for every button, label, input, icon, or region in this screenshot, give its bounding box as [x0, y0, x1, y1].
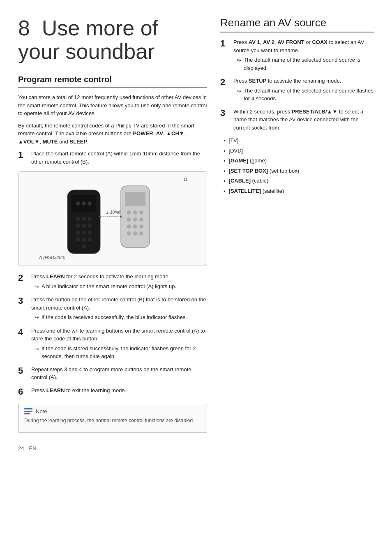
svg-point-24	[88, 224, 92, 228]
rename-step-3-number: 3	[220, 108, 233, 118]
footer-lang: EN	[29, 445, 36, 451]
svg-point-7	[139, 217, 143, 222]
step-4-content: Press one of the white learning buttons …	[31, 327, 207, 361]
svg-point-30	[88, 238, 92, 242]
arrow-icon-2: ↪	[35, 314, 39, 322]
step-2-arrow: ↪ A blue indicator on the smart remote c…	[35, 282, 207, 291]
svg-point-3	[133, 210, 137, 215]
note-text: During the learning process, the normal …	[24, 417, 201, 424]
program-remote-section-title: Program remote control	[18, 75, 207, 88]
step-1-content: Place the smart remote control (A) withi…	[31, 150, 207, 166]
rename-step-2-content: Press SETUP to activate the renaming mod…	[233, 77, 374, 103]
name-list: [TV] [DVD] [GAME] (game) [SET TOP BOX] (…	[224, 136, 374, 195]
name-list-item-dvd: [DVD]	[224, 147, 374, 155]
name-list-item-tv: [TV]	[224, 136, 374, 145]
svg-point-10	[139, 224, 143, 229]
step-3-content: Press the button on the other remote con…	[31, 296, 207, 322]
rename-step-1-content: Press AV 1, AV 2, AV FRONT or COAX to se…	[233, 38, 374, 72]
step-5: 5 Repeat steps 3 and 4 to program more b…	[18, 365, 207, 382]
step-2-arrow-text: A blue indicator on the smart remote con…	[42, 282, 176, 291]
step-4-arrow-text: If the code is stored successfully, the …	[42, 345, 207, 361]
footer-page-number: 24	[18, 445, 24, 451]
note-title: Note	[36, 408, 47, 414]
rename-section-title: Rename an AV source	[220, 16, 374, 32]
rename-step-3-content: Within 2 seconds, press PRESET/ALB/▲▼ to…	[233, 108, 374, 132]
right-column: Rename an AV source 1 Press AV 1, AV 2, …	[220, 16, 374, 451]
svg-point-8	[127, 224, 131, 229]
svg-point-5	[127, 217, 131, 222]
svg-point-22	[76, 224, 80, 228]
rename-step-2-arrow: ↪ The default name of the selected sound…	[237, 87, 374, 103]
svg-point-4	[139, 210, 143, 215]
chapter-number: 8	[18, 16, 30, 40]
svg-point-12	[133, 231, 137, 236]
note-icon	[24, 408, 32, 414]
svg-point-2	[127, 210, 131, 215]
remote-image: B	[18, 171, 207, 266]
step-4: 4 Press one of the white learning button…	[18, 327, 207, 361]
step-3: 3 Press the button on the other remote c…	[18, 296, 207, 322]
arrow-icon-3: ↪	[35, 345, 39, 353]
svg-point-25	[76, 231, 80, 235]
svg-point-27	[88, 231, 92, 235]
rename-step-2-arrow-text: The default name of the selected sound s…	[244, 87, 374, 103]
rename-arrow-icon-2: ↪	[237, 87, 241, 95]
svg-point-19	[76, 217, 80, 221]
rename-step-1-number: 1	[220, 38, 233, 49]
svg-point-13	[139, 231, 143, 236]
step-5-number: 5	[18, 365, 31, 376]
chapter-title: 8 Use more ofyour soundbar	[18, 16, 207, 63]
svg-point-18	[88, 201, 92, 206]
remotes-svg: 1-10mm	[43, 180, 182, 258]
name-list-item-cable: [CABLE] (cable)	[224, 177, 374, 185]
svg-point-28	[76, 238, 80, 242]
page-footer: 24 EN	[18, 445, 207, 451]
svg-point-21	[88, 217, 92, 221]
note-box: Note During the learning process, the no…	[18, 404, 207, 433]
svg-text:1-10mm: 1-10mm	[106, 210, 122, 215]
rename-step-2: 2 Press SETUP to activate the renaming m…	[220, 77, 374, 103]
step-4-arrow: ↪ If the code is stored successfully, th…	[35, 345, 207, 361]
step-3-arrow-text: If the code is received successfully, th…	[42, 313, 187, 321]
step-5-content: Repeat steps 3 and 4 to program more but…	[31, 365, 207, 382]
svg-point-23	[82, 224, 86, 228]
step-6-number: 6	[18, 386, 31, 397]
name-list-item-game: [GAME] (game)	[224, 157, 374, 165]
svg-rect-1	[125, 192, 145, 206]
step-3-number: 3	[18, 296, 31, 306]
remote-label-b: B	[184, 177, 187, 182]
step-6: 6 Press LEARN to exit the learning mode.	[18, 386, 207, 397]
svg-point-20	[82, 217, 86, 221]
step-2-content: Press LEARN for 2 seconds to activate th…	[31, 273, 207, 291]
rename-step-2-number: 2	[220, 77, 233, 88]
rename-arrow-icon-1: ↪	[237, 56, 241, 65]
step-6-content: Press LEARN to exit the learning mode.	[31, 386, 207, 395]
step-3-arrow: ↪ If the code is received successfully, …	[35, 313, 207, 322]
step-2-number: 2	[18, 273, 31, 283]
step-2: 2 Press LEARN for 2 seconds to activate …	[18, 273, 207, 291]
step-1-number: 1	[18, 150, 31, 160]
name-list-item-satellite: [SATELLITE] (satellite)	[224, 187, 374, 196]
step-4-number: 4	[18, 327, 31, 338]
remote-label-a: A (HSB3280)	[39, 255, 65, 260]
step-1-text: Place the smart remote control (A) withi…	[31, 150, 200, 165]
rename-step-1: 1 Press AV 1, AV 2, AV FRONT or COAX to …	[220, 38, 374, 72]
svg-point-16	[76, 201, 80, 206]
svg-point-11	[127, 231, 131, 236]
rename-step-1-arrow: ↪ The default name of the selected sound…	[237, 56, 374, 72]
svg-point-6	[133, 217, 137, 222]
rename-step-1-arrow-text: The default name of the selected sound s…	[244, 56, 374, 72]
intro-paragraph-2: By default, the remote control codes of …	[18, 122, 207, 146]
left-column: 8 Use more ofyour soundbar Program remot…	[18, 16, 207, 451]
svg-point-29	[82, 238, 86, 242]
note-header: Note	[24, 408, 201, 414]
svg-point-31	[82, 245, 86, 249]
svg-point-26	[82, 231, 86, 235]
svg-point-9	[133, 224, 137, 229]
name-list-item-settopbox: [SET TOP BOX] (set top box)	[224, 167, 374, 176]
step-1: 1 Place the smart remote control (A) wit…	[18, 150, 207, 166]
rename-step-3: 3 Within 2 seconds, press PRESET/ALB/▲▼ …	[220, 108, 374, 132]
svg-point-17	[82, 201, 86, 206]
arrow-icon: ↪	[35, 283, 39, 291]
intro-paragraph-1: You can store a total of 12 most frequen…	[18, 93, 207, 118]
